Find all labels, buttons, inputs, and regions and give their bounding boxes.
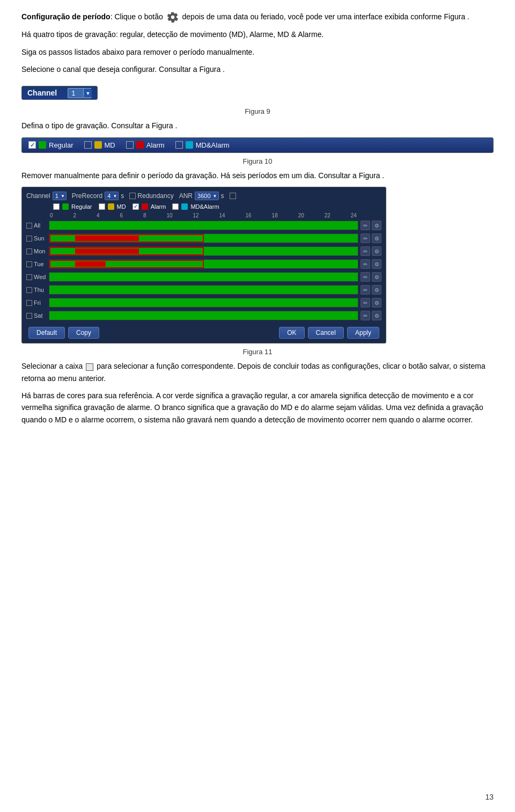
timeline-hour-labels: 0 2 4 6 8 10 12 14 16 18 20 22 24: [26, 213, 381, 218]
timeline-bar-sat[interactable]: [49, 311, 358, 320]
edit-icon-fri[interactable]: ✏: [360, 298, 370, 308]
timeline-bar-sun[interactable]: [49, 233, 358, 243]
rec-type-md: MD: [84, 141, 115, 149]
row-icons-wed: ✏ ⚙: [360, 272, 381, 282]
rec-type-md-alarm: MD&Alarm: [175, 141, 230, 149]
day-checkbox-all[interactable]: [26, 223, 32, 229]
schedule-timeline: 0 2 4 6 8 10 12 14 16 18 20 22 24: [26, 213, 381, 323]
md-checkbox[interactable]: [84, 141, 92, 149]
gear-icon-sat[interactable]: ⚙: [372, 311, 381, 320]
gear-icon-thu[interactable]: ⚙: [372, 285, 381, 295]
anr-unit: s: [221, 192, 224, 200]
row-icons-sat: ✏ ⚙: [360, 311, 381, 320]
day-name-tue: Tue: [34, 261, 44, 267]
md-color-dot: [94, 141, 102, 149]
gear-icon-mon[interactable]: ⚙: [372, 246, 381, 256]
sch-md-dot: [108, 203, 114, 210]
figure-10-label: Figura 10: [21, 157, 494, 165]
day-checkbox-sat[interactable]: [26, 313, 32, 319]
prerecord-value[interactable]: 4 ▼: [105, 192, 119, 200]
channel-box[interactable]: Channel 1 ▼: [21, 86, 98, 100]
anr-enable-checkbox[interactable]: [230, 193, 236, 199]
apply-button[interactable]: Apply: [347, 327, 379, 339]
regular-label: Regular: [49, 141, 73, 149]
alarm-checkbox[interactable]: [126, 141, 134, 149]
day-cell-thu: Thu: [26, 287, 49, 293]
edit-icon-mon[interactable]: ✏: [360, 246, 370, 256]
sch-type-alarm: Alarm: [133, 203, 166, 210]
md-alarm-color-dot: [186, 141, 193, 149]
channel-field-value[interactable]: 1 ▼: [53, 192, 67, 200]
sch-alarm-check[interactable]: [133, 203, 139, 210]
gear-icon-fri[interactable]: ⚙: [372, 298, 381, 308]
sch-md-alarm-label: MD&Alarm: [190, 203, 219, 210]
gear-icon-all[interactable]: ⚙: [372, 221, 381, 230]
edit-icon-wed[interactable]: ✏: [360, 272, 370, 282]
schedule-type-row: Regular MD Alarm MD&Alarm: [26, 203, 381, 210]
timeline-bar-all[interactable]: [49, 221, 358, 230]
schedule-row-wed: Wed ✏ ⚙: [26, 271, 381, 283]
timeline-bar-fri[interactable]: [49, 298, 358, 308]
timeline-bar-wed[interactable]: [49, 272, 358, 282]
day-name-sat: Sat: [34, 312, 43, 319]
channel-selector: Channel 1 ▼: [21, 81, 494, 103]
channel-dropdown-arrow[interactable]: ▼: [83, 89, 92, 97]
default-button[interactable]: Default: [28, 327, 65, 339]
edit-icon-sat[interactable]: ✏: [360, 311, 370, 320]
prerecord-unit: s: [121, 192, 124, 200]
regular-checkbox[interactable]: [28, 141, 36, 149]
anr-value[interactable]: 3600 ▼: [195, 192, 218, 200]
md-alarm-checkbox[interactable]: [175, 141, 183, 149]
prerecord-label: PreRecord: [72, 192, 102, 200]
sch-type-regular: Regular: [53, 203, 92, 210]
channel-field: Channel 1 ▼: [26, 192, 67, 200]
cancel-button[interactable]: Cancel: [308, 327, 344, 339]
schedule-row-fri: Fri ✏ ⚙: [26, 297, 381, 309]
paragraph-4: Selecione o canal que deseja configurar.…: [21, 63, 494, 75]
row-icons-sun: ✏ ⚙: [360, 233, 381, 243]
edit-icon-thu[interactable]: ✏: [360, 285, 370, 295]
sch-md-alarm-dot: [181, 203, 188, 210]
day-cell-sun: Sun: [26, 235, 49, 242]
day-checkbox-thu[interactable]: [26, 287, 32, 293]
md-alarm-label: MD&Alarm: [196, 141, 230, 149]
selection-box-mon: [49, 247, 204, 255]
sch-type-md: MD: [99, 203, 126, 210]
regular-color-dot: [39, 141, 46, 149]
sch-regular-check[interactable]: [53, 203, 60, 210]
row-icons-tue: ✏ ⚙: [360, 259, 381, 269]
gear-icon-sun[interactable]: ⚙: [372, 233, 381, 243]
day-checkbox-sun[interactable]: [26, 236, 32, 242]
anr-dropdown-icon: ▼: [213, 194, 217, 199]
sch-md-alarm-check[interactable]: [172, 203, 179, 210]
bar-sat-green: [49, 311, 358, 320]
day-checkbox-fri[interactable]: [26, 300, 32, 306]
anr-field: ANR 3600 ▼ s: [179, 192, 224, 200]
timeline-bar-tue[interactable]: [49, 259, 358, 269]
day-name-fri: Fri: [34, 299, 41, 306]
paragraph-6: Remover manualmente para definir o perío…: [21, 170, 494, 181]
ok-button[interactable]: OK: [279, 327, 304, 339]
edit-icon-tue[interactable]: ✏: [360, 259, 370, 269]
day-checkbox-wed[interactable]: [26, 274, 32, 280]
sch-md-check[interactable]: [99, 203, 105, 210]
edit-icon-sun[interactable]: ✏: [360, 233, 370, 243]
timeline-bar-thu[interactable]: [49, 285, 358, 295]
redundancy-checkbox[interactable]: [129, 193, 136, 199]
anr-label: ANR: [179, 192, 193, 200]
p1-rest: : Clique o botão: [111, 12, 165, 21]
edit-icon-all[interactable]: ✏: [360, 221, 370, 230]
timeline-bar-mon[interactable]: [49, 246, 358, 256]
schedule-buttons: Default Copy OK Cancel Apply: [26, 327, 381, 339]
right-btn-group: OK Cancel Apply: [279, 327, 379, 339]
gear-icon-tue[interactable]: ⚙: [372, 259, 381, 269]
day-checkbox-tue[interactable]: [26, 261, 32, 267]
day-checkbox-mon[interactable]: [26, 248, 32, 254]
anr-enable-field: [230, 193, 236, 199]
sch-alarm-dot: [142, 203, 148, 210]
schedule-ui: Channel 1 ▼ PreRecord 4 ▼ s Redundancy A…: [21, 187, 494, 343]
sch-alarm-label: Alarm: [151, 203, 166, 210]
copy-button[interactable]: Copy: [68, 327, 99, 339]
gear-icon-wed[interactable]: ⚙: [372, 272, 381, 282]
day-cell-sat: Sat: [26, 312, 49, 319]
